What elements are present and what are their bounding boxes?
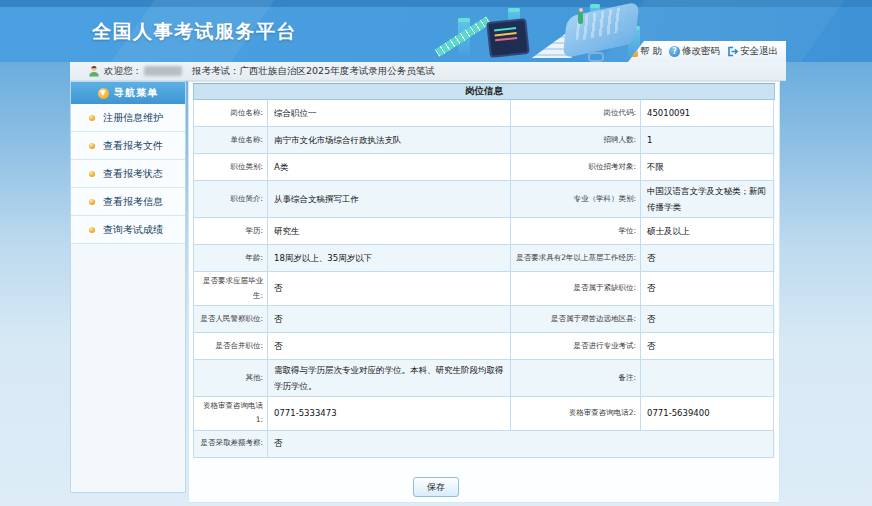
sidebar-item-label: 查看报考信息 [103,195,163,209]
table-row: 职位简介:从事综合文稿撰写工作专业（学科）类别:中国汉语言文学及文秘类；新闻传播… [194,181,775,218]
field-value: 1 [641,127,774,154]
field-label: 是否属于紧缺职位: [511,272,641,306]
nav-menu-title: 导航菜单 [114,86,158,100]
field-label: 岗位代码: [511,100,641,127]
sidebar-item-1[interactable]: 注册信息维护 [71,104,185,132]
field-value: 否 [641,306,774,333]
field-value: 南宁市文化市场综合行政执法支队 [268,127,511,154]
field-value: 否 [641,245,774,272]
field-label: 资格审查咨询电话1: [194,397,268,431]
field-label: 学历: [194,218,268,245]
table-row: 是否人民警察职位:否是否属于艰苦边远地区县:否 [194,306,775,333]
field-label: 专业（学科）类别: [511,181,641,218]
field-value: A类 [268,154,511,181]
illus-chain-link [588,52,604,62]
bullet-icon [89,143,95,149]
field-label: 年龄: [194,245,268,272]
page-background: 全国人事考试服务平台 帮 助 ? 修改密码 [0,0,872,506]
sidebar-item-label: 查看报考文件 [103,139,163,153]
table-title: 岗位信息 [193,83,775,100]
field-value: 综合职位一 [268,100,511,127]
nav-menu-header: ▼ 导航菜单 [71,82,185,104]
field-label: 是否采取差额考察: [194,431,268,458]
help-link-label: 帮 助 [640,45,662,58]
bullet-icon [89,199,95,205]
sidebar-item-3[interactable]: 查看报考状态 [71,160,185,188]
table-row: 年龄:18周岁以上、35周岁以下是否要求具有2年以上基层工作经历:否 [194,245,775,272]
sidebar-item-label: 注册信息维护 [103,111,163,125]
illus-monitor [486,18,530,58]
field-label: 岗位名称: [194,100,268,127]
table-row: 是否要求应届毕业生:否是否属于紧缺职位:否 [194,272,775,306]
user-avatar-icon [88,65,100,77]
field-value: 需取得与学历层次专业对应的学位。本科、研究生阶段均取得学历学位。 [268,360,511,397]
sidebar-item-label: 查看报考状态 [103,167,163,181]
field-label: 职位简介: [194,181,268,218]
field-label: 是否合并职位: [194,333,268,360]
field-value: 从事综合文稿撰写工作 [268,181,511,218]
change-password-link[interactable]: ? 修改密码 [669,45,720,58]
bullet-icon [89,227,95,233]
main-panel: 岗位信息 岗位名称:综合职位一岗位代码:45010091单位名称:南宁市文化市场… [188,81,780,503]
field-value: 中国汉语言文学及文秘类；新闻传播学类 [641,181,774,218]
bullet-icon [89,171,95,177]
sidebar: ▼ 导航菜单 注册信息维护查看报考文件查看报考状态查看报考信息查询考试成绩 [70,81,186,493]
field-value: 否 [268,431,774,458]
app-title: 全国人事考试服务平台 [92,19,297,45]
field-value: 否 [268,333,511,360]
field-value: 否 [268,272,511,306]
field-value: 否 [268,306,511,333]
table-row: 是否合并职位:否是否进行专业考试:否 [194,333,775,360]
table-body: 岗位名称:综合职位一岗位代码:45010091单位名称:南宁市文化市场综合行政执… [193,100,775,458]
field-value: 不限 [641,154,774,181]
field-label: 是否人民警察职位: [194,306,268,333]
field-value: 0771-5333473 [268,397,511,431]
logout-icon [727,46,738,57]
change-password-label: 修改密码 [682,45,720,58]
exam-name-label: 报考考试：广西壮族自治区2025年度考试录用公务员笔试 [192,65,435,78]
welcome-label: 欢迎您： [104,65,142,78]
welcome-bar: 欢迎您： 报考考试：广西壮族自治区2025年度考试录用公务员笔试 [70,62,786,81]
question-icon: ? [669,46,680,57]
field-label: 资格审查咨询电话2: [511,397,641,431]
field-label: 备注: [511,360,641,397]
sidebar-item-2[interactable]: 查看报考文件 [71,132,185,160]
bullet-icon [89,115,95,121]
header-links-tab: 帮 助 ? 修改密码 安全退出 [628,41,786,62]
redacted-username [144,66,182,76]
position-info-table: 岗位信息 岗位名称:综合职位一岗位代码:45010091单位名称:南宁市文化市场… [193,83,775,458]
field-value: 否 [641,272,774,306]
field-value: 45010091 [641,100,774,127]
field-label: 职位招考对象: [511,154,641,181]
field-value [641,360,774,397]
field-value: 18周岁以上、35周岁以下 [268,245,511,272]
header-illustration [430,0,645,62]
field-value: 0771-5639400 [641,397,774,431]
field-label: 是否要求具有2年以上基层工作经历: [511,245,641,272]
field-label: 是否要求应届毕业生: [194,272,268,306]
sidebar-item-label: 查询考试成绩 [103,223,163,237]
logout-link[interactable]: 安全退出 [727,45,778,58]
sidebar-item-4[interactable]: 查看报考信息 [71,188,185,216]
save-button[interactable]: 保存 [413,477,459,497]
field-label: 是否属于艰苦边远地区县: [511,306,641,333]
table-row: 单位名称:南宁市文化市场综合行政执法支队招聘人数:1 [194,127,775,154]
field-value: 研究生 [268,218,511,245]
field-value: 硕士及以上 [641,218,774,245]
field-label: 其他: [194,360,268,397]
sidebar-item-5[interactable]: 查询考试成绩 [71,216,185,244]
table-row: 是否采取差额考察:否 [194,431,775,458]
nav-list: 注册信息维护查看报考文件查看报考状态查看报考信息查询考试成绩 [71,104,185,244]
table-row: 资格审查咨询电话1:0771-5333473资格审查咨询电话2:0771-563… [194,397,775,431]
field-label: 招聘人数: [511,127,641,154]
table-row: 职位类别:A类职位招考对象:不限 [194,154,775,181]
logout-label: 安全退出 [740,45,778,58]
field-label: 职位类别: [194,154,268,181]
table-row: 学历:研究生学位:硕士及以上 [194,218,775,245]
table-row: 其他:需取得与学历层次专业对应的学位。本科、研究生阶段均取得学历学位。备注: [194,360,775,397]
field-label: 单位名称: [194,127,268,154]
chevron-down-icon: ▼ [98,88,109,99]
field-label: 学位: [511,218,641,245]
table-row: 岗位名称:综合职位一岗位代码:45010091 [194,100,775,127]
field-value: 否 [641,333,774,360]
